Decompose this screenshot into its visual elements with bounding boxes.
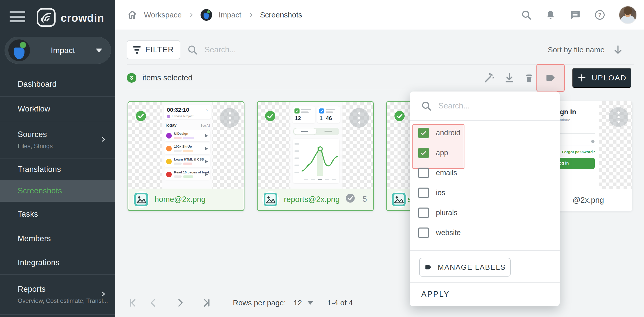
- sidebar-item-translations[interactable]: Translations: [0, 159, 115, 180]
- plus-icon: [577, 73, 587, 83]
- label-tag-icon: [424, 263, 432, 271]
- checkbox-checked-icon[interactable]: [418, 148, 429, 158]
- label-option-ios[interactable]: ios: [410, 183, 560, 203]
- card-menu-kebab-icon[interactable]: [609, 107, 628, 127]
- manage-labels-button[interactable]: MANAGE LABELS: [419, 258, 511, 277]
- sort-arrow-down-icon: [612, 44, 624, 56]
- checkbox-unchecked-icon[interactable]: [418, 168, 429, 178]
- label-option-android[interactable]: android: [410, 123, 560, 143]
- chevron-right-icon: [100, 136, 107, 144]
- chevron-right-icon: [100, 290, 107, 299]
- apply-button[interactable]: APPLY: [421, 287, 450, 302]
- label-option-emails[interactable]: emails: [410, 163, 560, 183]
- chevron-down-icon: [96, 49, 102, 52]
- pagination: Rows per page: 12 1-4 of 4: [127, 293, 430, 312]
- label-option-plurals[interactable]: plurals: [410, 203, 560, 223]
- breadcrumb-screenshots: Screenshots: [260, 11, 302, 19]
- project-avatar: [8, 39, 30, 61]
- image-thumbnail-icon: [134, 193, 148, 206]
- selected-check-icon[interactable]: [394, 110, 405, 123]
- previous-page-icon[interactable]: [147, 297, 159, 309]
- mock-toggle: [293, 128, 339, 135]
- card-filename[interactable]: reports@2x.png: [284, 195, 340, 204]
- divider: [410, 250, 560, 251]
- sidebar-item-integrations[interactable]: Integrations: [0, 251, 115, 274]
- label-option-website[interactable]: website: [410, 223, 560, 243]
- screenshot-search: [187, 40, 364, 59]
- crowdin-logo-icon: [36, 7, 57, 29]
- topbar: Workspace Impact Screenshots ?: [115, 0, 644, 30]
- sort-control[interactable]: Sort by file name: [548, 40, 624, 59]
- divider: [127, 89, 634, 89]
- label-option-app[interactable]: app: [410, 143, 560, 163]
- rows-per-page-label: Rows per page:: [233, 299, 286, 307]
- mock-task-row: Learn HTML & CSS: [164, 156, 210, 167]
- label-search: [410, 92, 560, 121]
- next-page-icon[interactable]: [174, 297, 186, 309]
- screenshot-card-reports[interactable]: 12 1 46: [257, 101, 374, 211]
- search-icon: [421, 100, 432, 111]
- card-menu-kebab-icon[interactable]: [349, 108, 369, 128]
- breadcrumb-impact[interactable]: Impact: [219, 11, 241, 19]
- filter-button[interactable]: FILTER: [127, 40, 180, 59]
- delete-trash-icon[interactable]: [523, 72, 535, 84]
- svg-text:?: ?: [598, 12, 602, 18]
- screenshot-preview: 00:32:10 › Fitness Project Today See All…: [162, 102, 212, 189]
- search-icon[interactable]: [521, 9, 532, 20]
- chevron-right-icon: [248, 12, 254, 18]
- search-icon: [187, 44, 198, 55]
- tagged-strings-count: 5: [363, 195, 367, 204]
- mock-task-row: UIDesign: [164, 130, 210, 141]
- search-input[interactable]: [205, 45, 346, 54]
- messages-chat-icon[interactable]: [569, 9, 581, 21]
- sidebar-item-members[interactable]: Members: [0, 226, 115, 251]
- card-filename[interactable]: @2x.png: [573, 196, 604, 205]
- rows-per-page-caret-icon[interactable]: [308, 301, 313, 305]
- notifications-bell-icon[interactable]: [545, 9, 556, 20]
- chevron-right-icon: [188, 12, 194, 18]
- label-tag-icon[interactable]: [544, 72, 556, 84]
- breadcrumb-project-avatar: [201, 9, 212, 21]
- home-icon[interactable]: [127, 10, 137, 20]
- label-dropdown: android app emails ios plurals website: [410, 92, 560, 306]
- checkbox-unchecked-icon[interactable]: [418, 188, 429, 198]
- help-icon[interactable]: ?: [594, 9, 606, 21]
- sidebar-item-reports[interactable]: Reports Overview, Cost estimate, Transl.…: [0, 275, 115, 314]
- selected-check-icon[interactable]: [135, 110, 146, 123]
- screenshot-preview: 12 1 46: [290, 102, 342, 189]
- download-icon[interactable]: [504, 72, 515, 84]
- project-name: Impact: [30, 46, 96, 55]
- project-switcher[interactable]: Impact: [5, 37, 111, 64]
- sidebar-item-sources[interactable]: Sources Files, Strings: [0, 121, 115, 158]
- card-filename[interactable]: home@2x.png: [155, 195, 206, 204]
- crowdin-logo[interactable]: crowdin: [36, 7, 104, 29]
- rows-per-page-value[interactable]: 12: [293, 299, 302, 307]
- selected-count-badge: 3: [127, 73, 136, 83]
- card-menu-kebab-icon[interactable]: [220, 108, 240, 128]
- checkbox-unchecked-icon[interactable]: [418, 228, 429, 238]
- sidebar-item-workflow[interactable]: Workflow: [0, 97, 115, 121]
- sidebar-item-dashboard[interactable]: Dashboard: [0, 72, 115, 96]
- image-thumbnail-icon: [392, 193, 406, 206]
- filter-icon: [133, 46, 141, 54]
- card-footer: home@2x.png: [128, 189, 244, 210]
- sidebar-item-tasks[interactable]: Tasks: [0, 202, 115, 226]
- crowdin-app: crowdin Impact Dashboard Workflow Source…: [0, 0, 644, 317]
- sidebar-item-screenshots[interactable]: Screenshots: [0, 180, 115, 202]
- upload-button[interactable]: UPLOAD: [572, 68, 631, 88]
- breadcrumb-workspace[interactable]: Workspace: [144, 11, 182, 19]
- last-page-icon[interactable]: [201, 297, 213, 309]
- first-page-icon[interactable]: [127, 297, 138, 309]
- sidebar-divider: [0, 314, 115, 315]
- label-search-input[interactable]: [438, 101, 534, 110]
- checkbox-unchecked-icon[interactable]: [418, 208, 429, 218]
- checkbox-checked-icon[interactable]: [418, 128, 429, 138]
- hamburger-menu-icon[interactable]: [10, 11, 25, 24]
- screenshot-card-home[interactable]: 00:32:10 › Fitness Project Today See All…: [128, 101, 244, 211]
- divider: [127, 64, 634, 65]
- topbar-actions: ?: [521, 0, 637, 30]
- mock-task-row: Read 10 pages of book: [164, 169, 210, 180]
- auto-tag-wand-icon[interactable]: [483, 72, 495, 84]
- user-avatar[interactable]: [619, 6, 637, 24]
- selected-check-icon[interactable]: [265, 110, 276, 123]
